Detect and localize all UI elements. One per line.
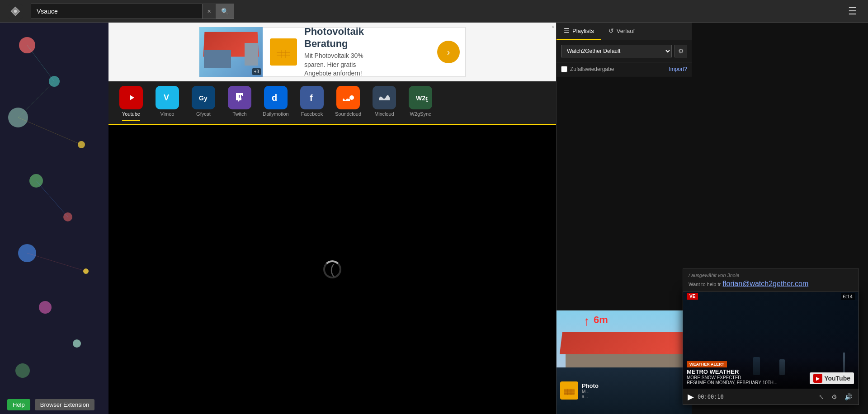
verlauf-tab-label: Verlauf xyxy=(617,28,635,34)
svg-line-12 xyxy=(18,81,54,118)
w2gsync-label: W2gSync xyxy=(410,111,431,117)
right-ad-inner: ↑ 6m xyxy=(557,310,692,414)
service-item-w2gsync[interactable]: W2g W2gSync xyxy=(407,86,434,117)
chat-area: / ausgewählt von 3nola Want to help tr f… xyxy=(683,268,859,292)
svg-point-6 xyxy=(18,244,36,262)
ad-banner-top: +3 Photovoltaik Beratung xyxy=(108,23,556,81)
soundcloud-icon xyxy=(336,86,360,109)
svg-point-10 xyxy=(15,363,30,378)
live-badge: VE xyxy=(689,294,695,299)
youtube-label: Youtube xyxy=(122,111,140,117)
ad-text: Photovoltaik Beratung Mit Photovoltaik 3… xyxy=(304,26,437,78)
dailymotion-icon: d xyxy=(264,86,288,109)
ad-cta-button[interactable]: › xyxy=(437,41,460,63)
svg-point-7 xyxy=(83,268,89,274)
hamburger-menu-button[interactable]: ☰ xyxy=(844,4,861,19)
service-item-youtube[interactable]: Youtube xyxy=(118,86,145,117)
playlist-select[interactable]: Watch2Gether Default xyxy=(561,45,672,57)
svg-point-9 xyxy=(73,339,81,348)
search-container: × 🔍 xyxy=(31,4,243,19)
svg-text:f: f xyxy=(310,93,313,103)
service-item-vimeo[interactable]: V Vimeo xyxy=(154,86,181,117)
import-button[interactable]: Import? xyxy=(669,66,687,72)
svg-point-2 xyxy=(8,108,28,127)
yt-play-icon: ▶ xyxy=(813,374,822,383)
play-pause-button[interactable]: ▶ xyxy=(688,392,694,402)
video-overlay-content: VE WEATHER ALERT METRO WEATHER MORE SNOW… xyxy=(683,289,859,389)
time-display: 00:00:10 xyxy=(698,394,724,400)
svg-rect-50 xyxy=(239,95,240,98)
search-button[interactable]: 🔍 xyxy=(216,4,234,19)
help-button[interactable]: Help xyxy=(7,399,30,410)
playlist-controls: Watch2Gether Default ⚙ xyxy=(557,40,692,62)
soundcloud-label: Soundcloud xyxy=(335,111,361,117)
twitch-label: Twitch xyxy=(232,111,246,117)
video-duration-badge: 6:14 xyxy=(841,293,855,300)
youtube-active-indicator xyxy=(122,120,140,121)
video-player-area: ( xyxy=(108,125,556,414)
svg-point-5 xyxy=(63,212,72,221)
svg-line-15 xyxy=(27,253,86,271)
service-item-facebook[interactable]: f Facebook xyxy=(298,86,326,117)
right-panel-ad: ↑ 6m xyxy=(557,310,692,414)
weather-alert-badge: WEATHER ALERT xyxy=(687,361,727,367)
video-controls-bar: ▶ 00:00:10 ⤡ ⚙ 🔊 xyxy=(683,389,859,405)
header: × 🔍 ☰ xyxy=(0,0,868,23)
w2gsync-icon: W2g xyxy=(409,86,432,109)
resize-button[interactable]: ⤡ xyxy=(817,392,826,401)
random-playback-row: Zufallswiedergabe Import? xyxy=(557,62,692,76)
playlists-tab-label: Playlists xyxy=(572,28,594,34)
chat-link[interactable]: florian@watch2gether.com xyxy=(723,280,809,287)
tab-playlists[interactable]: ☰ Playlists xyxy=(557,23,601,40)
youtube-icon xyxy=(119,86,143,109)
ad-close-button[interactable]: × xyxy=(552,24,554,29)
svg-text:V: V xyxy=(164,93,169,102)
browser-extension-button[interactable]: Browser Extension xyxy=(35,399,94,410)
dailymotion-label: Dailymotion xyxy=(263,111,288,117)
svg-text:W2g: W2g xyxy=(416,94,428,102)
svg-rect-38 xyxy=(277,50,290,58)
content-area: +3 Photovoltaik Beratung xyxy=(108,23,556,414)
verlauf-tab-icon: ↺ xyxy=(609,27,614,34)
loading-spinner: ( xyxy=(323,260,341,278)
ad-image: +3 xyxy=(199,27,263,77)
svg-text:Gy: Gy xyxy=(199,94,208,102)
random-playback-checkbox[interactable] xyxy=(561,66,567,72)
svg-point-0 xyxy=(19,37,35,53)
gfycat-icon: Gy xyxy=(192,86,215,109)
youtube-brand-label: YouTube xyxy=(824,375,850,382)
chat-selected-text: / ausgewählt von 3nola xyxy=(689,273,740,278)
ad-title: Photovoltaik Beratung xyxy=(304,26,437,50)
vimeo-icon: V xyxy=(156,86,179,109)
ad-subtitle: Mit Photovoltaik 30% sparen. Hier gratis… xyxy=(304,52,437,78)
services-bar: Youtube V Vimeo Gy xyxy=(108,81,556,125)
youtube-logo-overlay: ▶ YouTube xyxy=(810,372,854,384)
bottom-bar: Help Browser Extension xyxy=(0,395,102,414)
svg-rect-51 xyxy=(241,95,242,98)
search-clear-button[interactable]: × xyxy=(203,4,216,19)
tab-verlauf[interactable]: ↺ Verlauf xyxy=(601,23,642,40)
settings-button[interactable]: ⚙ xyxy=(830,392,839,401)
mixcloud-label: Mixcloud xyxy=(374,111,394,117)
playlist-settings-button[interactable]: ⚙ xyxy=(675,45,687,57)
svg-point-37 xyxy=(14,9,17,12)
svg-point-4 xyxy=(29,174,43,188)
volume-button[interactable]: 🔊 xyxy=(843,392,854,401)
ad-plus3-badge: +3 xyxy=(252,68,261,75)
playlist-content-area xyxy=(557,76,692,310)
logo[interactable] xyxy=(7,3,24,19)
facebook-label: Facebook xyxy=(301,111,323,117)
playlists-tab-icon: ☰ xyxy=(564,27,570,34)
svg-rect-61 xyxy=(564,389,575,395)
service-item-dailymotion[interactable]: d Dailymotion xyxy=(262,86,289,117)
service-item-soundcloud[interactable]: Soundcloud xyxy=(335,86,362,117)
search-input[interactable] xyxy=(31,4,203,19)
ad-solar-icon xyxy=(270,38,297,66)
service-item-gfycat[interactable]: Gy Gfycat xyxy=(190,86,217,117)
twitch-icon xyxy=(228,86,251,109)
service-item-mixcloud[interactable]: Mixcloud xyxy=(371,86,398,117)
random-playback-label[interactable]: Zufallswiedergabe xyxy=(561,66,614,72)
service-item-twitch[interactable]: Twitch xyxy=(226,86,253,117)
gfycat-label: Gfycat xyxy=(196,111,211,117)
svg-point-8 xyxy=(39,301,52,314)
